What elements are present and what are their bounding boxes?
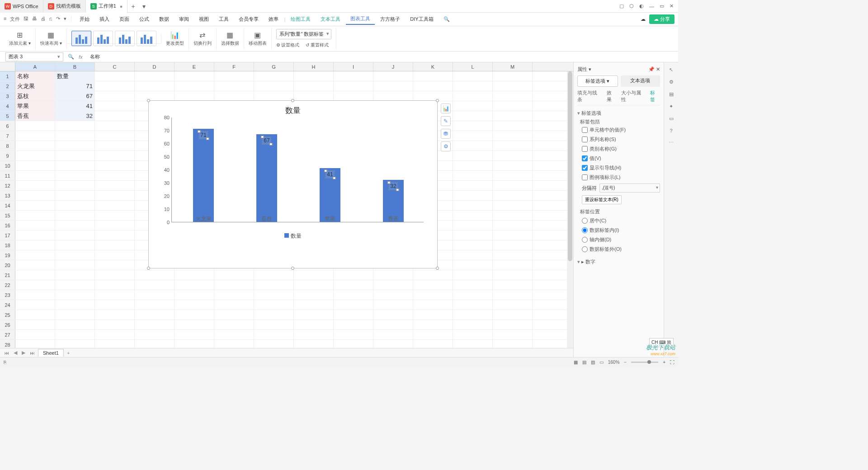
redo-icon[interactable]: ↷	[56, 16, 60, 23]
cell-H22[interactable]	[294, 280, 334, 290]
cell-A15[interactable]	[15, 211, 55, 220]
cell-M24[interactable]	[493, 300, 533, 310]
cell-E22[interactable]	[175, 280, 214, 290]
cell-G3[interactable]	[254, 91, 294, 101]
cell-C20[interactable]	[95, 260, 135, 270]
chart-side-filter-icon[interactable]: ⛃	[441, 129, 451, 139]
check-2[interactable]: 类别名称(G)	[577, 144, 660, 154]
cell-M27[interactable]	[493, 330, 533, 339]
cell-J21[interactable]	[373, 270, 413, 280]
cell-A14[interactable]	[15, 201, 55, 210]
col-header-B[interactable]: B	[55, 62, 95, 71]
new-tab-button[interactable]: +	[127, 3, 138, 10]
cell-C2[interactable]	[95, 81, 135, 91]
app-tab-templates[interactable]: D找稻壳模板	[43, 0, 86, 13]
vertical-scrollbar[interactable]	[567, 71, 573, 351]
cell-C4[interactable]	[95, 101, 135, 111]
menu-insert[interactable]: 插入	[95, 14, 114, 24]
ime-indicator[interactable]: CH ⌨ 简	[649, 338, 674, 347]
cell-A20[interactable]	[15, 260, 55, 270]
undo-icon[interactable]: ⎌	[49, 16, 52, 23]
section-label-options[interactable]: 标签选项	[577, 108, 660, 118]
cell-L22[interactable]	[453, 280, 493, 290]
cell-M17[interactable]	[493, 230, 533, 240]
cell-D21[interactable]	[135, 270, 175, 280]
col-header-M[interactable]: M	[493, 62, 533, 71]
cell-E23[interactable]	[175, 290, 214, 300]
cell-L26[interactable]	[453, 320, 493, 329]
cell-C12[interactable]	[95, 181, 135, 190]
cell-I26[interactable]	[334, 320, 373, 329]
cell-A3[interactable]: 荔枝	[15, 91, 55, 101]
cell-B26[interactable]	[55, 320, 95, 329]
cell-D22[interactable]	[135, 280, 175, 290]
cell-L15[interactable]	[453, 211, 493, 220]
cell-H3[interactable]	[294, 91, 334, 101]
cell-C15[interactable]	[95, 211, 135, 220]
hamburger-icon[interactable]: ≡	[4, 16, 6, 23]
cell-A18[interactable]	[15, 240, 55, 250]
cell-A22[interactable]	[15, 280, 55, 290]
cell-J27[interactable]	[373, 330, 413, 339]
row-header-11[interactable]: 11	[0, 171, 15, 180]
cell-K23[interactable]	[413, 290, 453, 300]
cell-C22[interactable]	[95, 280, 135, 290]
panel-tab-label-options[interactable]: 标签选项 ▾	[577, 75, 618, 87]
cloud-icon[interactable]: ☁	[641, 16, 646, 22]
chart-element-selector[interactable]: 系列"数量" 数据标签	[276, 29, 332, 39]
cell-L1[interactable]	[453, 71, 493, 81]
settings-tool-icon[interactable]: ⚙	[669, 79, 674, 85]
row-header-3[interactable]: 3	[0, 91, 15, 101]
cell-A4[interactable]: 苹果	[15, 101, 55, 111]
cell-B6[interactable]	[55, 121, 95, 131]
cell-G21[interactable]	[254, 270, 294, 280]
cell-B8[interactable]	[55, 141, 95, 150]
cell-L16[interactable]	[453, 221, 493, 230]
cell-L25[interactable]	[453, 310, 493, 320]
row-header-4[interactable]: 4	[0, 101, 15, 111]
cell-J24[interactable]	[373, 300, 413, 310]
cell-D27[interactable]	[135, 330, 175, 339]
cell-D25[interactable]	[135, 310, 175, 320]
print-icon[interactable]: 🖶	[32, 16, 37, 23]
sparkle-tool-icon[interactable]: ✦	[669, 103, 673, 109]
cell-C17[interactable]	[95, 230, 135, 240]
subtab-effect[interactable]: 效果	[607, 89, 617, 103]
cell-M4[interactable]	[493, 101, 533, 111]
cell-A13[interactable]	[15, 191, 55, 200]
cell-M12[interactable]	[493, 181, 533, 190]
app-tab-workbook[interactable]: S工作簿1●	[86, 0, 128, 13]
cell-C24[interactable]	[95, 300, 135, 310]
cell-A5[interactable]: 香蕉	[15, 111, 55, 121]
cell-K3[interactable]	[413, 91, 453, 101]
chart-bar-2[interactable]: 41	[320, 168, 340, 222]
search-icon[interactable]: 🔍	[439, 14, 454, 24]
cell-M9[interactable]	[493, 151, 533, 160]
col-header-I[interactable]: I	[334, 62, 373, 71]
cell-K26[interactable]	[413, 320, 453, 329]
view-page-icon[interactable]: ▤	[582, 360, 586, 365]
col-header-C[interactable]: C	[95, 62, 135, 71]
cell-M20[interactable]	[493, 260, 533, 270]
cell-J26[interactable]	[373, 320, 413, 329]
row-header-9[interactable]: 9	[0, 151, 15, 160]
row-header-24[interactable]: 24	[0, 300, 15, 310]
view-normal-icon[interactable]: ▦	[574, 360, 578, 365]
cell-B11[interactable]	[55, 171, 95, 180]
cell-J2[interactable]	[373, 81, 413, 91]
cell-G25[interactable]	[254, 310, 294, 320]
cell-M13[interactable]	[493, 191, 533, 200]
cell-A11[interactable]	[15, 171, 55, 180]
sheet-nav-prev[interactable]: ◀	[12, 350, 19, 356]
cell-G27[interactable]	[254, 330, 294, 339]
cell-F26[interactable]	[214, 320, 254, 329]
ribbon-quick-layout[interactable]: ▦快速布局 ▾	[36, 28, 67, 50]
cell-B10[interactable]	[55, 161, 95, 170]
cell-L11[interactable]	[453, 171, 493, 180]
cell-L5[interactable]	[453, 111, 493, 121]
cell-A16[interactable]	[15, 221, 55, 230]
format-selection-button[interactable]: ⚙ 设置格式	[276, 42, 300, 48]
cell-B16[interactable]	[55, 221, 95, 230]
radio-3[interactable]: 数据标签外(O)	[577, 244, 660, 254]
row-header-12[interactable]: 12	[0, 181, 15, 190]
